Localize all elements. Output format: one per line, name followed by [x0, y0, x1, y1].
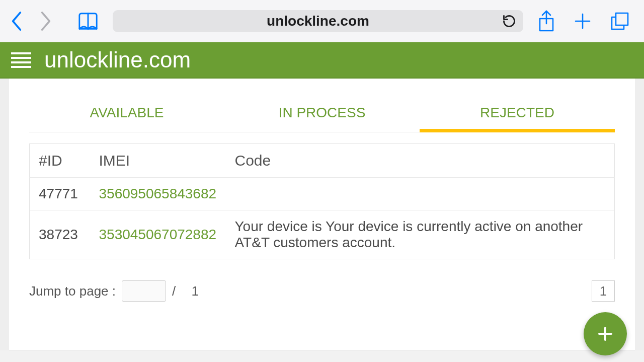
imei-link[interactable]: 356095065843682	[99, 186, 217, 201]
back-icon[interactable]	[9, 10, 24, 32]
pager-sep: /	[172, 283, 176, 299]
col-code: Code	[226, 144, 615, 178]
tab-rejected[interactable]: REJECTED	[420, 94, 615, 132]
tab-in-process[interactable]: IN PROCESS	[224, 94, 420, 132]
pager: Jump to page : / 1 1	[29, 280, 615, 302]
page-input[interactable]	[122, 280, 166, 302]
content-panel: AVAILABLE IN PROCESS REJECTED #ID IMEI C…	[9, 79, 635, 350]
tab-label: REJECTED	[480, 105, 554, 120]
cell-id: 38723	[30, 210, 90, 259]
cell-imei: 353045067072882	[90, 210, 226, 259]
col-id: #ID	[30, 144, 90, 178]
page-current: 1	[600, 283, 607, 299]
cell-id: 47771	[30, 178, 90, 210]
tab-bar: AVAILABLE IN PROCESS REJECTED	[29, 94, 615, 132]
add-button[interactable]	[584, 312, 627, 355]
share-icon[interactable]	[537, 10, 555, 33]
pager-label: Jump to page :	[29, 283, 116, 299]
tab-available[interactable]: AVAILABLE	[29, 94, 224, 132]
bookmarks-icon[interactable]	[77, 11, 99, 31]
cell-code	[226, 178, 615, 210]
menu-icon[interactable]	[11, 51, 31, 68]
orders-table: #ID IMEI Code 47771 356095065843682 3872…	[29, 143, 615, 259]
col-imei: IMEI	[90, 144, 226, 178]
reload-icon[interactable]	[502, 14, 516, 28]
page-current-box[interactable]: 1	[592, 280, 615, 302]
tab-label: AVAILABLE	[90, 105, 164, 120]
cell-imei: 356095065843682	[90, 178, 226, 210]
svg-rect-4	[616, 13, 628, 25]
app-title: unlockline.com	[44, 47, 191, 73]
forward-icon[interactable]	[38, 10, 53, 32]
address-text: unlockline.com	[267, 13, 369, 29]
address-bar[interactable]: unlockline.com	[113, 10, 523, 32]
table-header-row: #ID IMEI Code	[30, 144, 615, 178]
new-tab-icon[interactable]	[573, 11, 593, 31]
table-row[interactable]: 47771 356095065843682	[30, 178, 615, 210]
imei-link[interactable]: 353045067072882	[99, 227, 217, 242]
pager-total: 1	[191, 283, 198, 299]
table-row[interactable]: 38723 353045067072882 Your device is You…	[30, 210, 615, 259]
tabs-icon[interactable]	[610, 11, 630, 31]
cell-code: Your device is Your device is currently …	[226, 210, 615, 259]
browser-toolbar: unlockline.com	[0, 0, 644, 42]
app-header: unlockline.com	[0, 42, 644, 79]
tab-label: IN PROCESS	[279, 105, 366, 120]
